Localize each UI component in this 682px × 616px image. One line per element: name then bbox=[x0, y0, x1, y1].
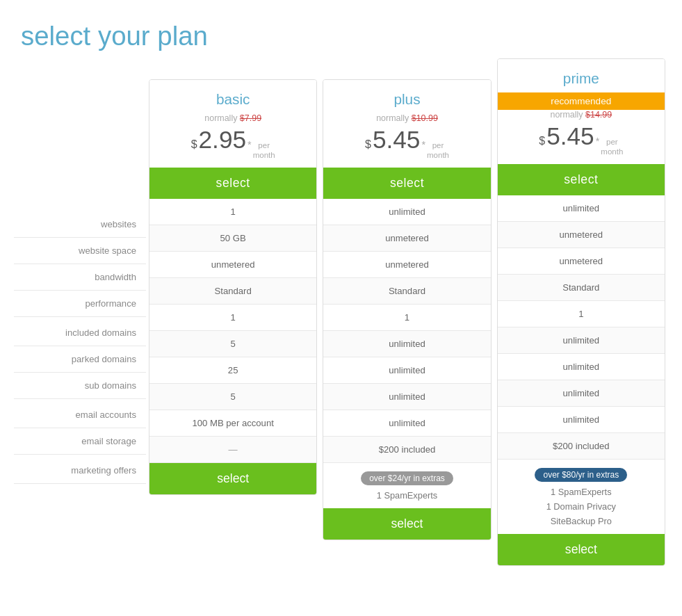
feature-label-websites: websites bbox=[14, 211, 146, 238]
prime-original-price: $14.99 bbox=[585, 110, 612, 120]
prime-feature-bandwidth: unmetered bbox=[498, 248, 665, 275]
plus-feature-performance: Standard bbox=[323, 278, 490, 305]
plan-plus: plus normally $10.99 $ 5.45 * permonth s… bbox=[323, 79, 491, 540]
basic-feature-included-domains: 1 bbox=[149, 305, 316, 331]
basic-feature-space: 50 GB bbox=[149, 225, 316, 252]
feature-label-marketing-offers: marketing offers bbox=[14, 457, 146, 484]
plans-container: websites website space bandwidth perform… bbox=[14, 79, 668, 566]
plus-feature-marketing: $200 included bbox=[323, 437, 490, 463]
plus-asterisk: * bbox=[421, 139, 425, 150]
basic-feature-performance: Standard bbox=[149, 278, 316, 305]
basic-feature-email-storage: 100 MB per account bbox=[149, 410, 316, 437]
basic-price-dollar: $ bbox=[191, 138, 197, 151]
prime-plan-name-container: prime bbox=[498, 59, 665, 92]
plus-feature-space: unmetered bbox=[323, 225, 490, 252]
prime-price-per: permonth bbox=[601, 138, 623, 157]
plus-feature-sub-domains: unlimited bbox=[323, 357, 490, 384]
plus-plan-name: plus bbox=[330, 91, 483, 108]
prime-feature-performance: Standard bbox=[498, 275, 665, 301]
plus-select-bottom[interactable]: select bbox=[323, 508, 490, 540]
basic-select-top[interactable]: select bbox=[149, 168, 316, 199]
basic-feature-parked-domains: 5 bbox=[149, 331, 316, 357]
basic-price-per: permonth bbox=[253, 141, 275, 161]
prime-feature-parked-domains: unlimited bbox=[498, 327, 665, 354]
prime-feature-websites: unlimited bbox=[498, 195, 665, 222]
prime-feature-email-storage: unlimited bbox=[498, 407, 665, 433]
prime-feature-marketing: $200 included bbox=[498, 433, 665, 460]
basic-feature-bandwidth: unmetered bbox=[149, 252, 316, 278]
plus-extras-item-1: 1 SpamExperts bbox=[330, 488, 483, 503]
basic-feature-websites: 1 bbox=[149, 199, 316, 225]
basic-plan-name: basic bbox=[156, 91, 309, 108]
prime-feature-email-accounts: unlimited bbox=[498, 380, 665, 407]
plus-feature-included-domains: 1 bbox=[323, 305, 490, 331]
feature-label-included-domains: included domains bbox=[14, 320, 146, 346]
feature-label-email-storage: email storage bbox=[14, 428, 146, 455]
basic-original-price: $7.99 bbox=[240, 113, 261, 123]
prime-extras-badge: over $80/yr in extras bbox=[535, 468, 627, 482]
plus-extras-badge: over $24/yr in extras bbox=[361, 471, 453, 485]
prime-select-bottom[interactable]: select bbox=[498, 534, 665, 565]
plus-price-dollar: $ bbox=[365, 138, 371, 151]
prime-asterisk: * bbox=[596, 136, 600, 147]
feature-label-bandwidth: bandwidth bbox=[14, 264, 146, 291]
plus-extras: over $24/yr in extras 1 SpamExperts bbox=[323, 463, 490, 508]
feature-label-parked-domains: parked domains bbox=[14, 346, 146, 373]
prime-recommended-badge: recommended bbox=[498, 92, 665, 110]
plus-select-top[interactable]: select bbox=[323, 168, 490, 199]
feature-label-website-space: website space bbox=[14, 238, 146, 264]
prime-extras-item-3: SiteBackup Pro bbox=[505, 514, 658, 528]
prime-feature-sub-domains: unlimited bbox=[498, 354, 665, 380]
plus-price-amount: 5.45 bbox=[373, 126, 421, 154]
plus-feature-email-accounts: unlimited bbox=[323, 384, 490, 410]
page-title: select your plan bbox=[14, 21, 668, 51]
basic-normally: normally $7.99 bbox=[156, 113, 309, 123]
prime-select-top[interactable]: select bbox=[498, 164, 665, 195]
prime-feature-space: unmetered bbox=[498, 222, 665, 248]
basic-header: basic normally $7.99 $ 2.95 * permonth bbox=[149, 80, 316, 168]
basic-select-bottom[interactable]: select bbox=[149, 463, 316, 494]
basic-feature-email-accounts: 5 bbox=[149, 384, 316, 410]
plus-price-per: permonth bbox=[427, 141, 449, 161]
feature-labels-column: websites website space bandwidth perform… bbox=[14, 79, 146, 484]
basic-asterisk: * bbox=[247, 139, 252, 150]
basic-price-row: $ 2.95 * permonth bbox=[156, 126, 309, 161]
plus-feature-parked-domains: unlimited bbox=[323, 331, 490, 357]
plus-original-price: $10.99 bbox=[412, 113, 438, 123]
plus-feature-bandwidth: unmetered bbox=[323, 252, 490, 278]
plus-price-row: $ 5.45 * permonth bbox=[330, 126, 483, 161]
plan-prime: prime recommended normally $14.99 $ 5.45… bbox=[497, 58, 665, 566]
basic-feature-marketing: — bbox=[149, 437, 316, 463]
prime-extras: over $80/yr in extras 1 SpamExperts 1 Do… bbox=[498, 460, 665, 534]
prime-price-row: $ 5.45 * permonth bbox=[505, 122, 658, 157]
basic-feature-sub-domains: 25 bbox=[149, 357, 316, 384]
basic-price-amount: 2.95 bbox=[199, 126, 247, 154]
prime-price-amount: 5.45 bbox=[546, 122, 594, 150]
prime-header: normally $14.99 $ 5.45 * permonth bbox=[498, 110, 665, 164]
plus-feature-websites: unlimited bbox=[323, 199, 490, 225]
prime-normally: normally $14.99 bbox=[505, 110, 658, 120]
plus-feature-email-storage: unlimited bbox=[323, 410, 490, 437]
prime-price-dollar: $ bbox=[539, 135, 545, 147]
feature-label-sub-domains: sub domains bbox=[14, 373, 146, 399]
prime-plan-name: prime bbox=[505, 70, 658, 87]
plus-normally: normally $10.99 bbox=[330, 113, 483, 123]
plus-header: plus normally $10.99 $ 5.45 * permonth bbox=[323, 80, 490, 168]
plan-basic: basic normally $7.99 $ 2.95 * permonth s… bbox=[149, 79, 317, 495]
feature-label-performance: performance bbox=[14, 291, 146, 317]
feature-label-email-accounts: email accounts bbox=[14, 402, 146, 428]
prime-extras-item-2: 1 Domain Privacy bbox=[505, 499, 658, 514]
prime-extras-item-1: 1 SpamExperts bbox=[505, 485, 658, 499]
prime-feature-included-domains: 1 bbox=[498, 301, 665, 327]
